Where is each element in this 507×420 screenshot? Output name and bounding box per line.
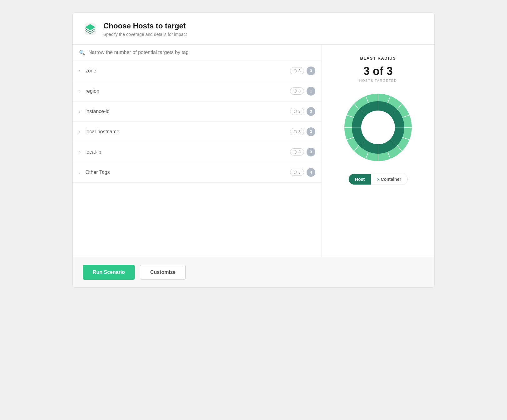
- left-panel: 🔍 › zone ⬡ 3 3 › region ⬡ 3: [73, 45, 322, 257]
- toggle-arrow-icon: ›: [377, 176, 379, 182]
- search-icon: 🔍: [79, 50, 85, 56]
- tag-row[interactable]: › region ⬡ 3 1: [73, 81, 322, 101]
- search-input[interactable]: [88, 50, 315, 55]
- hosts-count: 3 of 3: [363, 66, 393, 77]
- cube-icon: ⬡: [293, 89, 297, 93]
- count-badge: 4: [307, 168, 315, 177]
- cube-badge: ⬡ 3: [290, 148, 304, 156]
- cube-badge: ⬡ 3: [290, 67, 304, 74]
- cube-icon: ⬡: [293, 150, 297, 154]
- card-header: Choose Hosts to target Specify the cover…: [73, 13, 434, 45]
- svg-point-30: [361, 111, 395, 144]
- chevron-icon: ›: [79, 89, 81, 94]
- header-text: Choose Hosts to target Specify the cover…: [103, 22, 187, 37]
- cube-count: 3: [298, 89, 301, 93]
- blast-radius-title: BLAST RADIUS: [360, 56, 396, 61]
- tag-label: local-ip: [86, 149, 290, 155]
- cube-badge: ⬡ 3: [290, 87, 304, 95]
- tag-label: Other Tags: [86, 170, 290, 175]
- count-badge: 3: [307, 67, 315, 75]
- cube-count: 3: [298, 170, 301, 175]
- tag-row[interactable]: › local-hostname ⬡ 3 3: [73, 122, 322, 142]
- chevron-icon: ›: [79, 170, 81, 175]
- main-card: Choose Hosts to target Specify the cover…: [72, 12, 435, 288]
- tag-label: instance-id: [86, 109, 290, 114]
- cube-icon: ⬡: [293, 170, 297, 175]
- container-toggle-button[interactable]: › Container: [371, 174, 407, 185]
- tag-badges: ⬡ 3 3: [290, 127, 315, 136]
- customize-button[interactable]: Customize: [140, 265, 186, 280]
- right-panel: BLAST RADIUS 3 of 3 HOSTS TARGETED: [322, 45, 434, 257]
- tag-row[interactable]: › local-ip ⬡ 3 3: [73, 142, 322, 162]
- hosts-label: HOSTS TARGETED: [359, 79, 397, 82]
- cube-badge: ⬡ 3: [290, 108, 304, 115]
- cube-icon: ⬡: [293, 68, 297, 73]
- tag-row[interactable]: › zone ⬡ 3 3: [73, 61, 322, 81]
- tag-label: zone: [86, 68, 290, 74]
- page-subtitle: Specify the coverage and details for imp…: [103, 32, 187, 37]
- cube-count: 3: [298, 150, 301, 154]
- cube-count: 3: [298, 68, 301, 73]
- tag-badges: ⬡ 3 3: [290, 148, 315, 156]
- tag-badges: ⬡ 3 1: [290, 87, 315, 96]
- chevron-icon: ›: [79, 150, 81, 155]
- donut-chart: [341, 90, 416, 165]
- tag-badges: ⬡ 3 3: [290, 107, 315, 116]
- page-title: Choose Hosts to target: [103, 22, 187, 31]
- tag-list: › zone ⬡ 3 3 › region ⬡ 3 1 › instance-i: [73, 61, 322, 183]
- chevron-icon: ›: [79, 68, 81, 73]
- tag-label: local-hostname: [86, 129, 290, 135]
- search-bar[interactable]: 🔍: [73, 45, 322, 61]
- cube-icon: ⬡: [293, 109, 297, 114]
- chevron-icon: ›: [79, 109, 81, 114]
- cube-count: 3: [298, 129, 301, 134]
- tag-badges: ⬡ 3 3: [290, 67, 315, 75]
- tag-label: region: [86, 88, 290, 94]
- host-toggle-button[interactable]: Host: [349, 174, 371, 185]
- count-badge: 3: [307, 148, 315, 156]
- card-body: 🔍 › zone ⬡ 3 3 › region ⬡ 3: [73, 45, 434, 257]
- tag-badges: ⬡ 3 4: [290, 168, 315, 177]
- logo-icon: [83, 22, 98, 37]
- count-badge: 1: [307, 87, 315, 96]
- page-wrapper: Choose Hosts to target Specify the cover…: [66, 6, 441, 294]
- host-container-toggle: Host › Container: [348, 174, 408, 185]
- footer: Run Scenario Customize: [73, 257, 434, 287]
- run-scenario-button[interactable]: Run Scenario: [83, 265, 135, 280]
- tag-row[interactable]: › instance-id ⬡ 3 3: [73, 101, 322, 122]
- cube-count: 3: [298, 109, 301, 114]
- cube-badge: ⬡ 3: [290, 128, 304, 135]
- chevron-icon: ›: [79, 129, 81, 134]
- cube-icon: ⬡: [293, 129, 297, 134]
- count-badge: 3: [307, 107, 315, 116]
- cube-badge: ⬡ 3: [290, 169, 304, 176]
- tag-row[interactable]: › Other Tags ⬡ 3 4: [73, 162, 322, 183]
- count-badge: 3: [307, 127, 315, 136]
